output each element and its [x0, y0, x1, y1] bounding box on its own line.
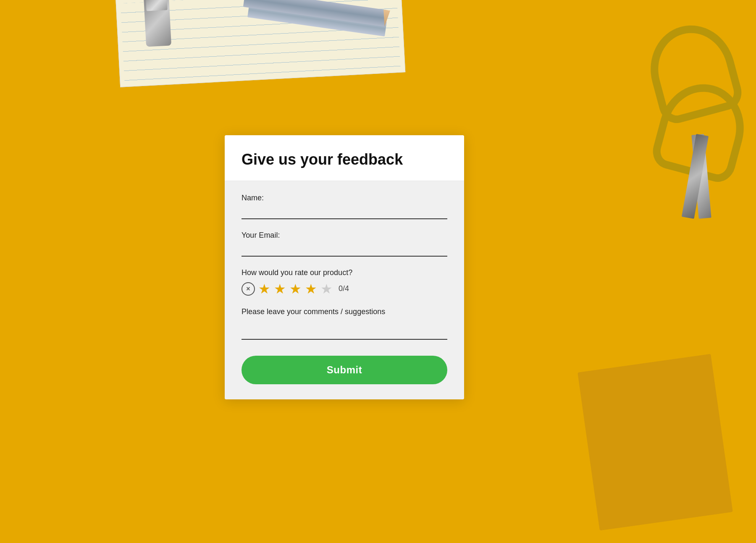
name-label: Name: — [242, 194, 447, 202]
comments-input[interactable] — [242, 326, 447, 340]
name-input[interactable] — [242, 206, 447, 219]
comments-label: Please leave your comments / suggestions — [242, 307, 447, 317]
comments-field-group: Please leave your comments / suggestions — [242, 307, 447, 340]
feedback-card: Give us your feedback Name: Your Email: … — [225, 135, 464, 399]
binder-clip-decoration — [144, 0, 171, 47]
star-2[interactable]: ★ — [274, 282, 286, 296]
star-3[interactable]: ★ — [289, 282, 302, 296]
card-header: Give us your feedback — [225, 135, 464, 181]
scissors-decoration — [626, 25, 743, 227]
submit-button[interactable]: Submit — [242, 356, 447, 384]
email-label: Your Email: — [242, 231, 447, 240]
envelope-decoration — [578, 354, 733, 531]
email-input[interactable] — [242, 243, 447, 257]
rating-label: How would you rate our product? — [242, 268, 447, 277]
name-field-group: Name: — [242, 194, 447, 219]
page-title: Give us your feedback — [242, 150, 447, 168]
rating-row: × ★ ★ ★ ★ ★ 0/4 — [242, 282, 447, 296]
star-4[interactable]: ★ — [305, 282, 317, 296]
email-field-group: Your Email: — [242, 231, 447, 257]
clear-icon: × — [246, 285, 250, 293]
star-5[interactable]: ★ — [320, 282, 333, 296]
submit-label: Submit — [327, 364, 362, 375]
star-1[interactable]: ★ — [258, 282, 270, 296]
rating-count: 0/4 — [339, 284, 349, 293]
clear-rating-button[interactable]: × — [242, 282, 255, 296]
rating-section: How would you rate our product? × ★ ★ ★ … — [242, 268, 447, 296]
card-body: Name: Your Email: How would you rate our… — [225, 181, 464, 399]
